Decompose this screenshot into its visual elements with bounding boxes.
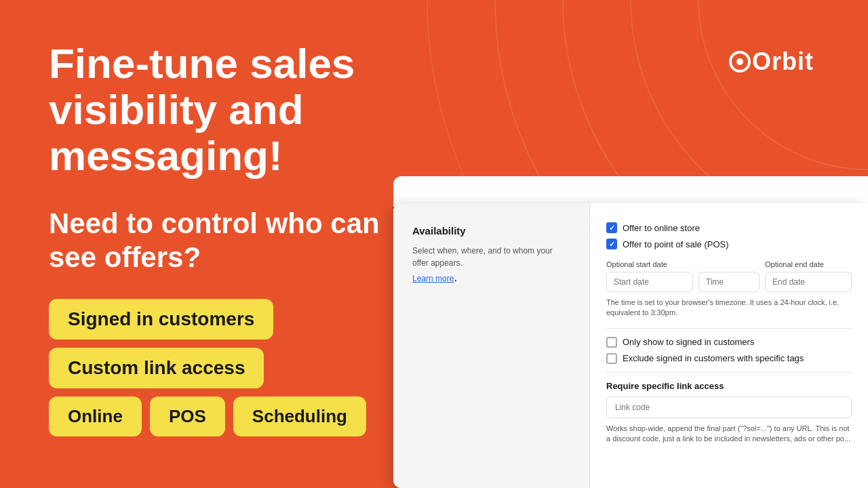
- link-access-title: Require specific link access: [606, 381, 852, 391]
- divider-1: [606, 328, 852, 329]
- pill-row-3: Online POS Scheduling: [49, 396, 415, 436]
- checkbox-pos[interactable]: [606, 239, 617, 249]
- main-title: Fine-tune sales visibility and messaging…: [49, 41, 415, 180]
- checkbox-row-pos: Offer to point of sale (POS): [606, 239, 852, 249]
- checkbox-pos-label: Offer to point of sale (POS): [623, 239, 729, 249]
- link-code-input[interactable]: [606, 396, 852, 418]
- end-date-input[interactable]: [765, 272, 852, 292]
- link-desc: Works shop-wide, append the final part (…: [606, 424, 852, 445]
- divider-2: [606, 372, 852, 373]
- pill-custom-link-access[interactable]: Custom link access: [49, 348, 264, 388]
- panel-right: Offer to online store Offer to point of …: [590, 203, 868, 488]
- end-date-group: Optional end date: [765, 260, 852, 292]
- start-date-group: Optional start date: [606, 260, 693, 292]
- panel-left: Availability Select when, where, and to …: [393, 203, 590, 488]
- checkbox-online-store-label: Offer to online store: [623, 223, 700, 233]
- time-group: Time: [698, 260, 760, 292]
- learn-more-link[interactable]: Learn more: [412, 274, 454, 283]
- checkbox-online-store[interactable]: [606, 222, 617, 233]
- sub-title: Need to control who can see offers?: [49, 207, 415, 275]
- pill-pos[interactable]: POS: [150, 396, 225, 436]
- start-date-input[interactable]: [606, 272, 693, 292]
- availability-desc: Select when, where, and to whom your off…: [412, 245, 570, 269]
- pill-signed-in-customers[interactable]: Signed in customers: [49, 299, 273, 340]
- time-input[interactable]: [698, 272, 760, 292]
- exclude-signed-in-label: Exclude signed in customers with specifi…: [623, 353, 804, 363]
- pill-scheduling[interactable]: Scheduling: [233, 396, 366, 436]
- checkbox-row-exclude-signed-in: Exclude signed in customers with specifi…: [606, 353, 852, 364]
- pill-row-2: Custom link access: [49, 348, 415, 388]
- checkbox-row-only-signed-in: Only show to signed in customers: [606, 337, 852, 348]
- left-content: Fine-tune sales visibility and messaging…: [49, 41, 415, 436]
- checkbox-only-signed-in[interactable]: [606, 337, 617, 348]
- ui-panel: Availability Select when, where, and to …: [393, 203, 868, 488]
- pill-online[interactable]: Online: [49, 396, 142, 436]
- svg-point-0: [698, 0, 868, 169]
- logo: Orbit: [729, 47, 814, 76]
- checkbox-row-online: Offer to online store: [606, 222, 852, 233]
- panel-topbar: [393, 176, 868, 207]
- availability-title: Availability: [412, 225, 570, 237]
- checkbox-exclude-signed-in[interactable]: [606, 353, 617, 364]
- logo-text: Orbit: [729, 47, 814, 75]
- start-date-label: Optional start date: [606, 260, 693, 268]
- only-signed-in-label: Only show to signed in customers: [623, 337, 754, 347]
- date-row: Optional start date Time Optional end da…: [606, 260, 852, 292]
- pills-container: Signed in customers Custom link access O…: [49, 299, 415, 436]
- pill-row-1: Signed in customers: [49, 299, 415, 340]
- end-date-label: Optional end date: [765, 260, 852, 268]
- timezone-note: The time is set to your browser's timezo…: [606, 298, 852, 319]
